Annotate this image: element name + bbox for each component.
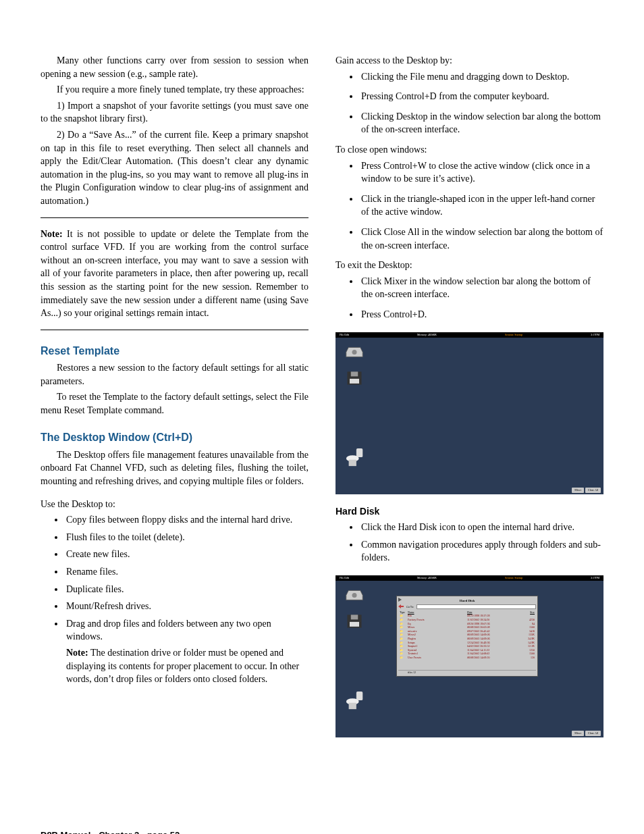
desktop-screenshot-1: File Edit Memory: 48206K Session: Startu…	[336, 332, 603, 494]
up-folder-icon[interactable]	[398, 604, 404, 608]
close-triangle-icon[interactable]	[398, 598, 402, 602]
list-item: Clicking the File menu and dragging down…	[360, 70, 603, 84]
para: 2) Do a “Save As...” of the current file…	[41, 128, 308, 208]
list-item: Drag and drop files and folders between …	[65, 617, 308, 686]
mixer-button[interactable]: Mixer	[572, 488, 584, 493]
divider	[41, 330, 308, 330]
menubar-memory: Memory: 48206K	[417, 333, 437, 337]
hard-disk-list: Click the Hard Disk icon to open the int…	[336, 521, 603, 565]
list-item: Mount/Refresh drives.	[65, 600, 308, 613]
mixer-button[interactable]: Mixer	[572, 731, 584, 736]
para: To reset the Template to the factory def…	[41, 390, 308, 417]
para: Many other functions carry over from ses…	[41, 54, 308, 80]
exit-desktop-list: Click Mixer in the window selection bar …	[336, 275, 603, 321]
note-body: It is not possible to update or delete t…	[41, 229, 308, 319]
heading-reset-template: Reset Template	[41, 344, 308, 359]
note-body: The destination drive or folder must be …	[66, 648, 299, 684]
svg-rect-7	[349, 459, 356, 465]
lead-in: Gain access to the Desktop by:	[336, 54, 603, 68]
list-item: Create new files.	[65, 548, 308, 561]
menubar-left: File Edit	[340, 333, 349, 337]
lead-in: Use the Desktop to:	[41, 498, 308, 511]
list-item: Press Control+W to close the active wind…	[360, 159, 603, 186]
goto-label: Go To:	[406, 605, 414, 609]
list-item: Common navigation procedures apply throu…	[360, 538, 603, 565]
toilet-icon[interactable]	[345, 447, 365, 467]
figure-menubar: File Edit Memory: 48206K Session: Startu…	[336, 332, 603, 338]
list-item: Press Control+D.	[360, 308, 603, 321]
svg-rect-12	[350, 622, 359, 627]
list-item: Pressing Control+D from the computer key…	[360, 90, 603, 103]
list-item: Flush files to the toilet (delete).	[65, 531, 308, 544]
note-label: Note:	[66, 648, 88, 658]
figure-bottom-bar: Mixer Close All	[572, 488, 601, 493]
toilet-icon[interactable]	[345, 690, 365, 710]
goto-input[interactable]	[417, 604, 536, 609]
file-window-title: Hard Disk	[398, 598, 536, 604]
divider	[41, 217, 308, 218]
para: 1) Import a snapshot of your favorite se…	[41, 99, 308, 126]
svg-rect-5	[356, 448, 363, 457]
floppy-disk-icon[interactable]	[345, 370, 364, 386]
menubar-memory: Memory: 48206K	[417, 576, 437, 580]
menubar-session: Session: Startup	[505, 333, 522, 337]
file-browser-window[interactable]: Hard Disk Go To: Type Name Date Size 📁Bi…	[396, 596, 538, 677]
list-item: Click Mixer in the window selection bar …	[360, 275, 603, 301]
para: The Desktop offers file management featu…	[41, 448, 308, 488]
lead-in: To exit the Desktop:	[336, 259, 603, 272]
left-column: Many other functions carry over from ses…	[41, 54, 308, 748]
floppy-disk-icon[interactable]	[345, 613, 364, 629]
list-item-text: Drag and drop files and folders between …	[66, 619, 271, 642]
file-row[interactable]: 📁User Presets06/08/2003 14:09:20120	[398, 656, 536, 660]
close-windows-list: Press Control+W to close the active wind…	[336, 159, 603, 253]
list-item: Copy files between floppy disks and the …	[65, 513, 308, 527]
svg-rect-15	[349, 703, 356, 709]
list-item: Clicking Desktop in the window selection…	[360, 110, 603, 136]
note-block: Note: It is not possible to update or de…	[41, 228, 308, 320]
para: If you require a more finely tuned templ…	[41, 83, 308, 97]
goto-row: Go To:	[398, 604, 536, 609]
figure-menubar: File Edit Memory: 48206K Session: Startu…	[336, 575, 603, 581]
lead-in: To close open windows:	[336, 143, 603, 157]
svg-rect-4	[350, 378, 359, 383]
menubar-clock: 3:17PM	[591, 576, 599, 580]
figure-bottom-bar: Mixer Close All	[572, 731, 601, 736]
desktop-use-list: Copy files between floppy disks and the …	[41, 513, 308, 686]
gain-access-list: Clicking the File menu and dragging down…	[336, 70, 603, 136]
hard-disk-icon[interactable]	[345, 589, 364, 605]
note-label: Note:	[41, 229, 63, 239]
sub-note: Note: The destination drive or folder mu…	[66, 646, 308, 686]
hard-disk-icon[interactable]	[345, 346, 364, 362]
close-all-button[interactable]: Close All	[585, 488, 601, 493]
page-footer: D8B Manual • Chapter 3 • page 52	[41, 829, 603, 834]
menubar-session: Session: Startup	[505, 576, 522, 580]
list-item: Click in the triangle-shaped icon in the…	[360, 192, 603, 219]
svg-point-9	[352, 593, 357, 598]
desktop-screenshot-2: File Edit Memory: 48206K Session: Startu…	[336, 575, 603, 737]
list-item: Rename files.	[65, 565, 308, 579]
file-list-body: 📁Bin08/23/1998 19:37:28📁Factory Presets1…	[398, 614, 536, 670]
close-all-button[interactable]: Close All	[585, 731, 601, 736]
svg-rect-3	[351, 371, 358, 376]
list-item: Click the Hard Disk icon to open the int…	[360, 521, 603, 534]
list-item: Click Close All in the window selection …	[360, 226, 603, 252]
svg-rect-11	[351, 615, 358, 619]
svg-point-1	[352, 349, 357, 354]
heading-desktop-window: The Desktop Window (Ctrl+D)	[41, 430, 308, 445]
svg-rect-13	[356, 692, 363, 700]
file-list-footer: files 12	[398, 670, 536, 675]
right-column: Gain access to the Desktop by: Clicking …	[336, 54, 603, 748]
heading-hard-disk: Hard Disk	[336, 505, 603, 519]
menubar-left: File Edit	[340, 576, 349, 580]
list-item: Duplicate files.	[65, 583, 308, 596]
para: Restores a new session to the factory de…	[41, 361, 308, 388]
menubar-clock: 3:17PM	[591, 333, 599, 337]
